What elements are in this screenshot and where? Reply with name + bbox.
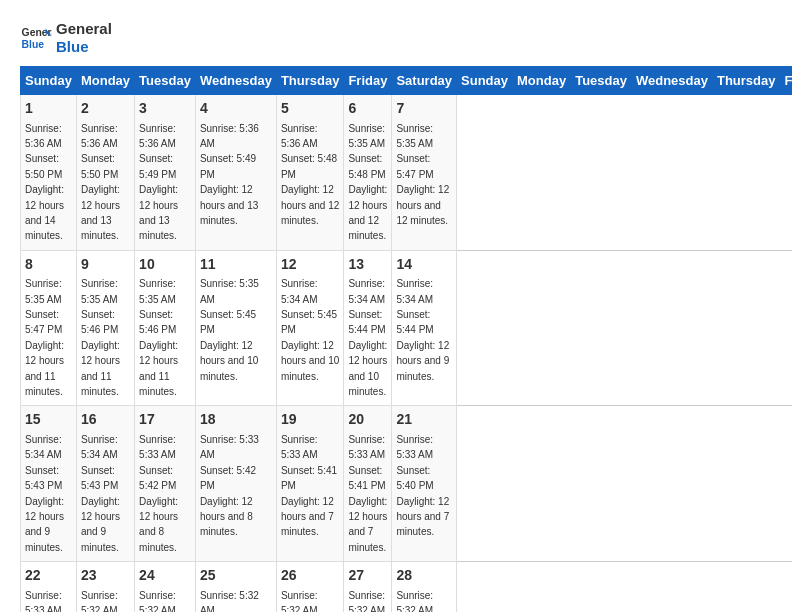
calendar-cell: 5 Sunrise: 5:36 AM Sunset: 5:48 PM Dayli…	[276, 95, 344, 251]
day-number: 3	[139, 99, 191, 119]
day-number: 27	[348, 566, 387, 586]
day-sunrise: Sunrise: 5:34 AM	[25, 434, 62, 460]
day-number: 10	[139, 255, 191, 275]
header-monday: Monday	[76, 67, 134, 95]
day-sunset: Sunset: 5:49 PM	[200, 153, 256, 179]
calendar-cell: 11 Sunrise: 5:35 AM Sunset: 5:45 PM Dayl…	[195, 250, 276, 406]
day-sunset: Sunset: 5:46 PM	[139, 309, 176, 335]
day-sunset: Sunset: 5:43 PM	[25, 465, 62, 491]
day-number: 24	[139, 566, 191, 586]
header-thursday: Thursday	[712, 67, 780, 95]
day-sunset: Sunset: 5:41 PM	[281, 465, 337, 491]
day-sunset: Sunset: 5:45 PM	[200, 309, 256, 335]
logo-icon: General Blue	[20, 22, 52, 54]
calendar-table: SundayMondayTuesdayWednesdayThursdayFrid…	[20, 66, 792, 612]
header-wednesday: Wednesday	[195, 67, 276, 95]
day-sunset: Sunset: 5:48 PM	[348, 153, 385, 179]
day-sunrise: Sunrise: 5:33 AM	[281, 434, 318, 460]
day-sunrise: Sunrise: 5:32 AM	[81, 590, 118, 612]
day-sunrise: Sunrise: 5:36 AM	[25, 123, 62, 149]
calendar-cell: 13 Sunrise: 5:34 AM Sunset: 5:44 PM Dayl…	[344, 250, 392, 406]
day-number: 19	[281, 410, 340, 430]
day-number: 16	[81, 410, 130, 430]
day-sunrise: Sunrise: 5:32 AM	[139, 590, 176, 612]
calendar-cell: 15 Sunrise: 5:34 AM Sunset: 5:43 PM Dayl…	[21, 406, 77, 562]
calendar-cell: 22 Sunrise: 5:33 AM Sunset: 5:39 PM Dayl…	[21, 562, 77, 612]
day-daylight: Daylight: 12 hours and 9 minutes.	[396, 340, 449, 382]
day-sunrise: Sunrise: 5:32 AM	[281, 590, 318, 612]
day-sunset: Sunset: 5:48 PM	[281, 153, 337, 179]
calendar-cell: 27 Sunrise: 5:32 AM Sunset: 5:37 PM Dayl…	[344, 562, 392, 612]
calendar-cell: 9 Sunrise: 5:35 AM Sunset: 5:46 PM Dayli…	[76, 250, 134, 406]
header-friday: Friday	[780, 67, 792, 95]
day-number: 11	[200, 255, 272, 275]
calendar-cell: 2 Sunrise: 5:36 AM Sunset: 5:50 PM Dayli…	[76, 95, 134, 251]
day-sunrise: Sunrise: 5:35 AM	[348, 123, 385, 149]
day-sunrise: Sunrise: 5:36 AM	[81, 123, 118, 149]
logo-text: General Blue	[56, 20, 112, 56]
svg-text:Blue: Blue	[22, 39, 45, 50]
day-number: 2	[81, 99, 130, 119]
day-sunrise: Sunrise: 5:36 AM	[139, 123, 176, 149]
day-sunrise: Sunrise: 5:36 AM	[281, 123, 318, 149]
day-number: 9	[81, 255, 130, 275]
day-sunrise: Sunrise: 5:34 AM	[396, 278, 433, 304]
calendar-week-row: 1 Sunrise: 5:36 AM Sunset: 5:50 PM Dayli…	[21, 95, 793, 251]
calendar-cell: 23 Sunrise: 5:32 AM Sunset: 5:39 PM Dayl…	[76, 562, 134, 612]
day-sunrise: Sunrise: 5:34 AM	[81, 434, 118, 460]
header-friday: Friday	[344, 67, 392, 95]
day-sunrise: Sunrise: 5:34 AM	[348, 278, 385, 304]
calendar-cell: 3 Sunrise: 5:36 AM Sunset: 5:49 PM Dayli…	[135, 95, 196, 251]
calendar-cell: 16 Sunrise: 5:34 AM Sunset: 5:43 PM Dayl…	[76, 406, 134, 562]
day-number: 23	[81, 566, 130, 586]
day-daylight: Daylight: 12 hours and 12 minutes.	[281, 184, 339, 226]
day-number: 4	[200, 99, 272, 119]
calendar-cell: 26 Sunrise: 5:32 AM Sunset: 5:37 PM Dayl…	[276, 562, 344, 612]
calendar-cell: 20 Sunrise: 5:33 AM Sunset: 5:41 PM Dayl…	[344, 406, 392, 562]
day-daylight: Daylight: 12 hours and 13 minutes.	[200, 184, 258, 226]
day-sunrise: Sunrise: 5:32 AM	[200, 590, 259, 612]
day-daylight: Daylight: 12 hours and 7 minutes.	[281, 496, 334, 538]
day-number: 6	[348, 99, 387, 119]
day-daylight: Daylight: 12 hours and 7 minutes.	[396, 496, 449, 538]
header-monday: Monday	[513, 67, 571, 95]
day-number: 25	[200, 566, 272, 586]
day-daylight: Daylight: 12 hours and 8 minutes.	[139, 496, 178, 553]
calendar-cell: 10 Sunrise: 5:35 AM Sunset: 5:46 PM Dayl…	[135, 250, 196, 406]
calendar-cell: 8 Sunrise: 5:35 AM Sunset: 5:47 PM Dayli…	[21, 250, 77, 406]
day-number: 20	[348, 410, 387, 430]
day-daylight: Daylight: 12 hours and 9 minutes.	[25, 496, 64, 553]
calendar-week-row: 8 Sunrise: 5:35 AM Sunset: 5:47 PM Dayli…	[21, 250, 793, 406]
day-daylight: Daylight: 12 hours and 14 minutes.	[25, 184, 64, 241]
calendar-cell: 7 Sunrise: 5:35 AM Sunset: 5:47 PM Dayli…	[392, 95, 457, 251]
day-sunrise: Sunrise: 5:32 AM	[348, 590, 385, 612]
day-number: 22	[25, 566, 72, 586]
calendar-cell: 28 Sunrise: 5:32 AM Sunset: 5:36 PM Dayl…	[392, 562, 457, 612]
day-sunset: Sunset: 5:44 PM	[348, 309, 385, 335]
logo: General Blue General Blue	[20, 20, 112, 56]
day-sunrise: Sunrise: 5:33 AM	[348, 434, 385, 460]
calendar-cell: 17 Sunrise: 5:33 AM Sunset: 5:42 PM Dayl…	[135, 406, 196, 562]
day-sunrise: Sunrise: 5:33 AM	[396, 434, 433, 460]
day-sunrise: Sunrise: 5:33 AM	[139, 434, 176, 460]
day-sunrise: Sunrise: 5:33 AM	[200, 434, 259, 460]
day-number: 18	[200, 410, 272, 430]
day-daylight: Daylight: 12 hours and 12 minutes.	[348, 184, 387, 241]
day-sunset: Sunset: 5:47 PM	[25, 309, 62, 335]
header-saturday: Saturday	[392, 67, 457, 95]
day-number: 13	[348, 255, 387, 275]
day-sunrise: Sunrise: 5:35 AM	[396, 123, 433, 149]
day-sunset: Sunset: 5:42 PM	[139, 465, 176, 491]
day-sunset: Sunset: 5:43 PM	[81, 465, 118, 491]
calendar-cell: 14 Sunrise: 5:34 AM Sunset: 5:44 PM Dayl…	[392, 250, 457, 406]
calendar-cell: 21 Sunrise: 5:33 AM Sunset: 5:40 PM Dayl…	[392, 406, 457, 562]
day-daylight: Daylight: 12 hours and 10 minutes.	[348, 340, 387, 397]
day-number: 5	[281, 99, 340, 119]
calendar-header-row: SundayMondayTuesdayWednesdayThursdayFrid…	[21, 67, 793, 95]
header-tuesday: Tuesday	[571, 67, 632, 95]
day-number: 17	[139, 410, 191, 430]
day-number: 7	[396, 99, 452, 119]
header-sunday: Sunday	[21, 67, 77, 95]
day-daylight: Daylight: 12 hours and 13 minutes.	[81, 184, 120, 241]
day-daylight: Daylight: 12 hours and 13 minutes.	[139, 184, 178, 241]
